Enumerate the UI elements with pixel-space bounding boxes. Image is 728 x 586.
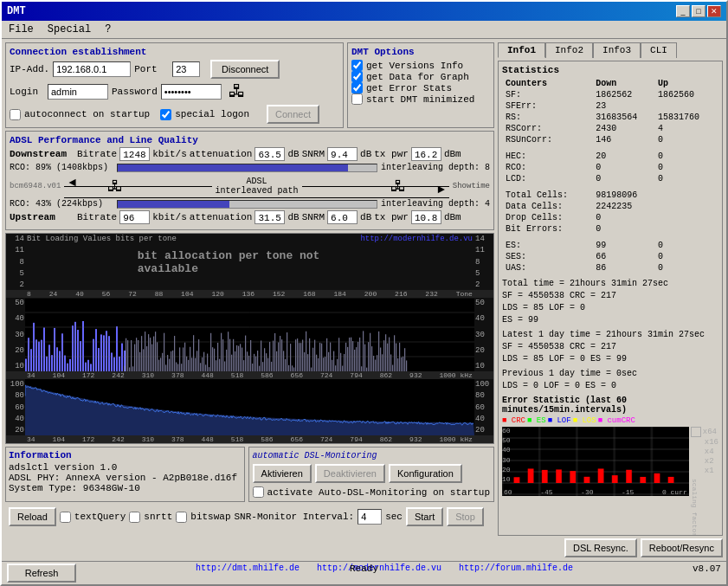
channel-chart-row: 100 80 60 40 20 channel characteristic a… [6, 379, 493, 435]
refresh-button[interactable]: Refresh [7, 563, 76, 583]
stats-row-es: ES:990 [504, 241, 717, 250]
khz-axis: 3410417224231037844851858665672479486293… [6, 371, 493, 379]
stats-row-spacer1 [504, 146, 717, 150]
upstream-row: Upstream Bitrate 96 kbit/s attenuation 3… [10, 210, 490, 224]
info-line1: adslctl version 1.0 [9, 462, 242, 473]
khz-axis-2-labels: 3410417224231037844851858665672479486293… [25, 435, 474, 443]
menu-special[interactable]: Special [44, 23, 94, 36]
latest-1day: Latest 1 day time = 21hours 31min 27sec [502, 329, 718, 341]
khz-axis-labels: 3410417224231037844851858665672479486293… [25, 371, 474, 379]
snr-interval-input[interactable] [358, 509, 382, 525]
login-input[interactable] [48, 84, 108, 100]
port-label: Port [134, 64, 169, 74]
link-dmt[interactable]: http://dmt.mhilfe.de [196, 563, 300, 583]
charts-area: 14 11 8 5 2 Bit Loading Values bits per … [5, 233, 494, 444]
stats-row-dropcells: Drop Cells:0 [504, 213, 717, 222]
snrm-unit-us: dB [360, 212, 371, 222]
tab-info3[interactable]: Info3 [593, 42, 641, 58]
reload-button[interactable]: Reload [9, 507, 56, 526]
snrtt-checkbox[interactable] [129, 512, 140, 523]
adsl-center-label: ADSL interleaved path [212, 177, 302, 196]
get-data-row: get Data for Graph [351, 71, 490, 82]
login-label: Login [10, 87, 44, 97]
stats-row-ses: SES:660 [504, 252, 717, 261]
tab-info1[interactable]: Info1 [498, 42, 545, 58]
reboot-resync-button[interactable]: Reboot/Resync [641, 538, 723, 557]
autoconnect-row: autoconnect on startup [10, 109, 150, 120]
start-minimized-checkbox[interactable] [351, 93, 363, 105]
get-error-row: get Error Stats [351, 82, 490, 93]
minimize-button[interactable]: _ [676, 5, 690, 17]
stats-header-row: Counters Down Up [504, 79, 717, 88]
txpwr-unit-us: dBm [444, 212, 461, 222]
col-down: Down [594, 79, 654, 88]
deaktivieren-button[interactable]: Deaktivieren [315, 464, 385, 483]
snr-y-10: 10 [7, 362, 24, 370]
upstream-snrm: 6.0 [327, 210, 358, 224]
left-panel: Connection establishment IP-Add. Port Di… [5, 42, 494, 557]
auto-monitoring-label: activate Auto-DSL-Monitoring on startup [267, 487, 490, 498]
get-data-checkbox[interactable] [351, 71, 363, 82]
arrows-container: ◄ ► ADSL interleaved path 🖧 🖧 [64, 174, 448, 198]
stats-row-totalcells: Total Cells:98198096 [504, 190, 717, 200]
rco-ds-container: RCO: 89% (1408kbps) interleaving depth: … [10, 163, 490, 172]
stats-row-spacer3 [504, 235, 717, 239]
error-canvas [502, 427, 689, 496]
autoconnect-checkbox[interactable] [10, 109, 21, 120]
tab-cli[interactable]: CLI [641, 42, 677, 58]
bitswap-checkbox[interactable] [176, 512, 187, 523]
menu-file[interactable]: File [5, 23, 37, 36]
att-unit-ds: dB [287, 149, 299, 159]
scale-box[interactable] [691, 427, 701, 437]
dmt-options-section: DMT Options get Versions Info get Data f… [347, 42, 494, 128]
password-label: Password [112, 87, 158, 97]
connect-button[interactable]: Connect [267, 105, 319, 124]
dsl-resync-button[interactable]: DSL Resync. [564, 538, 637, 557]
password-input[interactable] [161, 84, 222, 100]
stop-button[interactable]: Stop [447, 507, 484, 526]
auto-monitoring-checkbox[interactable] [253, 486, 264, 498]
bit-alloc-chart-row: 14 11 8 5 2 Bit Loading Values bits per … [6, 234, 493, 290]
scaling-factor-label: scaling factor [691, 479, 699, 536]
downstream-label: Downstream [10, 149, 74, 159]
konfiguration-button[interactable]: Konfiguration [389, 464, 462, 483]
bitswap-label: bitswap [190, 512, 230, 522]
snr-y-axis: 50 40 30 20 10 [6, 298, 25, 371]
ip-input[interactable] [53, 61, 131, 77]
get-error-checkbox[interactable] [351, 82, 363, 93]
menu-help[interactable]: ? [101, 23, 114, 36]
status-links: http://dmt.mhilfe.de http://modernhilfe.… [196, 563, 573, 583]
upstream-txpwr: 10.8 [411, 210, 441, 224]
textquery-checkbox[interactable] [60, 512, 71, 523]
stats-row-hec: HEC:200 [504, 151, 717, 161]
snr-chart: SNR dB per tone http://dmt.mhilfe.de Ups… [25, 298, 474, 371]
main-content: Connection establishment IP-Add. Port Di… [2, 39, 726, 561]
tab-info2[interactable]: Info2 [545, 42, 593, 58]
version-label: v8.07 [693, 563, 721, 583]
snr-chart-row: 50 40 30 20 10 SNR dB per tone http://dm… [6, 298, 493, 371]
aktivieren-button[interactable]: Aktivieren [253, 464, 312, 483]
info-section: Information adslctl version 1.0 ADSL PHY… [5, 447, 245, 502]
close-button[interactable]: ✕ [707, 5, 721, 17]
bit-y-11: 11 [7, 246, 24, 254]
get-versions-checkbox[interactable] [351, 60, 363, 71]
start-button[interactable]: Start [406, 507, 443, 526]
get-error-label: get Error Stats [366, 83, 452, 93]
special-logon-checkbox[interactable] [160, 109, 171, 120]
port-input[interactable] [172, 61, 200, 77]
link-forum[interactable]: http://forum.mhilfe.de [459, 563, 573, 583]
rco-us-fill [118, 201, 229, 208]
disconnect-button[interactable]: Disconnect [210, 60, 280, 79]
bcm-label: bcm6948.v01 [10, 182, 61, 190]
link-modernhilfe[interactable]: http://modernhilfe.de.vu [317, 563, 441, 583]
maximize-button[interactable]: □ [692, 5, 705, 17]
bit-y-2: 2 [7, 280, 24, 289]
bit-y-8: 8 [7, 258, 24, 267]
att-label-ds: attenuation [190, 149, 253, 159]
sf-line: SF = 4550538 CRC = 217 [502, 290, 718, 302]
start-minimized-row: start DMT minimized [351, 93, 490, 105]
router-icon-right: 🖧 [390, 177, 406, 196]
lds-line: LDS = 85 LOF = 0 [502, 302, 718, 314]
info-bottom-row: Information adslctl version 1.0 ADSL PHY… [5, 447, 494, 502]
dmt-options-title: DMT Options [351, 47, 490, 57]
